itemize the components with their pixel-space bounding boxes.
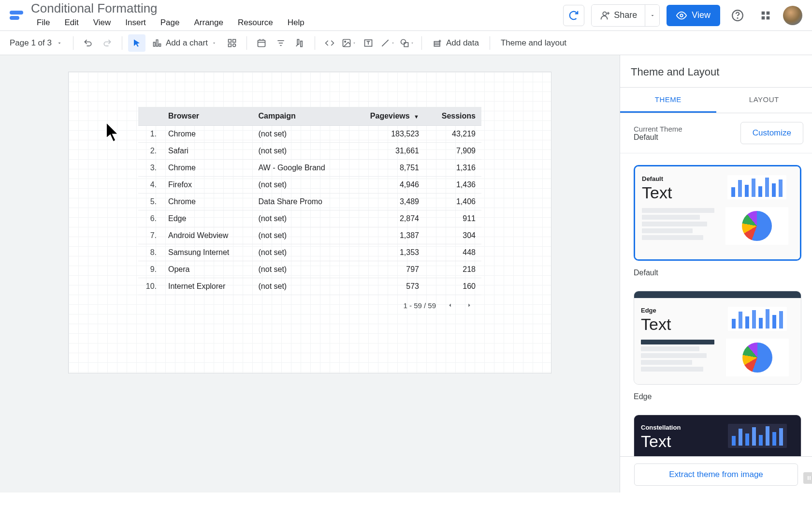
report-canvas[interactable]: Browser Campaign Pageviews ▼ Sessions 1.… (68, 72, 551, 374)
cell-idx: 8. (138, 244, 162, 261)
panel-title: Theme and Layout (620, 55, 812, 88)
current-theme-label: Current Theme (634, 125, 682, 133)
menu-file[interactable]: File (31, 16, 56, 30)
share-dropdown[interactable] (645, 5, 659, 26)
apps-button[interactable] (755, 5, 776, 26)
view-button[interactable]: View (667, 5, 720, 26)
col-sessions[interactable]: Sessions (425, 107, 481, 126)
canvas-area[interactable]: Browser Campaign Pageviews ▼ Sessions 1.… (0, 55, 620, 493)
chart-icon (152, 38, 162, 48)
cell-sessions: 911 (425, 210, 481, 227)
menu-resource[interactable]: Resource (232, 16, 279, 30)
user-avatar[interactable] (783, 6, 802, 25)
customize-button[interactable]: Customize (740, 122, 803, 144)
date-range-button[interactable] (253, 34, 270, 52)
table-row[interactable]: 6. Edge (not set) 2,874 911 (138, 210, 481, 227)
svg-rect-38 (810, 476, 811, 480)
cell-pageviews: 2,874 (350, 210, 425, 227)
community-visualizations-button[interactable] (223, 34, 241, 52)
app-logo[interactable] (10, 8, 25, 23)
menu-edit[interactable]: Edit (58, 16, 84, 30)
theme-layout-button[interactable]: Theme and layout (496, 38, 571, 48)
theme-card-default[interactable]: Default Text (634, 165, 801, 261)
undo-button[interactable] (79, 34, 97, 52)
cell-idx: 1. (138, 126, 162, 143)
menu-page[interactable]: Page (155, 16, 186, 30)
table-row[interactable]: 1. Chrome (not set) 183,523 43,219 (138, 126, 481, 143)
url-embed-button[interactable] (321, 34, 338, 52)
svg-rect-37 (808, 476, 809, 480)
menu-insert[interactable]: Insert (119, 16, 152, 30)
select-tool[interactable] (128, 34, 145, 52)
table-row[interactable]: 4. Firefox (not set) 4,946 1,436 (138, 177, 481, 194)
refresh-icon (568, 10, 579, 21)
svg-rect-25 (301, 41, 302, 46)
theme-preview-name: Default (642, 175, 714, 182)
cell-pageviews: 31,661 (350, 143, 425, 160)
col-pageviews[interactable]: Pageviews ▼ (350, 107, 425, 126)
menu-arrange[interactable]: Arrange (188, 16, 229, 30)
cell-sessions: 160 (425, 278, 481, 295)
pagination-text: 1 - 59 / 59 (403, 301, 436, 310)
table-row[interactable]: 9. Opera (not set) 797 218 (138, 261, 481, 278)
cell-browser: Chrome (162, 160, 253, 177)
table-row[interactable]: 10. Internet Explorer (not set) 573 160 (138, 278, 481, 295)
col-campaign[interactable]: Campaign (253, 107, 350, 126)
view-label: View (692, 10, 710, 20)
share-button[interactable]: Share (592, 5, 645, 26)
line-icon (380, 38, 390, 48)
table-row[interactable]: 5. Chrome Data Share Promo 3,489 1,406 (138, 194, 481, 210)
cell-idx: 3. (138, 160, 162, 177)
svg-rect-10 (153, 42, 155, 46)
svg-rect-13 (228, 39, 231, 42)
add-data-button[interactable]: Add data (428, 38, 484, 48)
theme-card-constellation[interactable]: Constellation Text (634, 415, 801, 456)
col-browser[interactable]: Browser (162, 107, 253, 126)
menu-help[interactable]: Help (282, 16, 310, 30)
cell-pageviews: 4,946 (350, 177, 425, 194)
image-button[interactable] (340, 34, 358, 52)
prev-page-button[interactable] (445, 300, 455, 311)
tab-theme[interactable]: THEME (620, 88, 716, 113)
refresh-button[interactable] (563, 5, 584, 26)
table-row[interactable]: 8. Samsung Internet (not set) 1,353 448 (138, 244, 481, 261)
cell-campaign: (not set) (253, 177, 350, 194)
menu-view[interactable]: View (87, 16, 117, 30)
cell-campaign: (not set) (253, 227, 350, 244)
chevron-down-icon (410, 41, 414, 45)
blocks-icon (227, 38, 237, 48)
table-row[interactable]: 3. Chrome AW - Google Brand 8,751 1,316 (138, 160, 481, 177)
table-row[interactable]: 2. Safari (not set) 31,661 7,909 (138, 143, 481, 160)
apps-icon (761, 11, 770, 20)
cell-idx: 10. (138, 278, 162, 295)
col-index[interactable] (138, 107, 162, 126)
separator (315, 36, 315, 50)
table-chart[interactable]: Browser Campaign Pageviews ▼ Sessions 1.… (138, 107, 481, 315)
shape-button[interactable] (398, 34, 416, 52)
svg-point-3 (681, 14, 683, 17)
theme-preview-name: Constellation (641, 424, 714, 431)
help-button[interactable] (727, 5, 748, 26)
separator (490, 36, 490, 50)
extract-theme-button[interactable]: Extract theme from image (634, 463, 798, 486)
svg-rect-11 (156, 40, 158, 46)
page-indicator-text: Page 1 of 3 (10, 38, 52, 48)
redo-button[interactable] (99, 34, 116, 52)
chevron-down-icon (352, 41, 356, 45)
tab-layout[interactable]: LAYOUT (716, 88, 812, 113)
document-title[interactable]: Conditional Formatting (31, 1, 310, 16)
cell-idx: 7. (138, 227, 162, 244)
line-button[interactable] (379, 34, 396, 52)
pause-button[interactable] (803, 472, 812, 484)
add-chart-button[interactable]: Add a chart (147, 38, 221, 48)
next-page-button[interactable] (464, 300, 475, 311)
table-row[interactable]: 7. Android Webview (not set) 1,387 304 (138, 227, 481, 244)
cell-campaign: (not set) (253, 244, 350, 261)
svg-rect-31 (404, 43, 408, 46)
theme-card-edge[interactable]: Edge Text (634, 291, 801, 385)
cell-idx: 6. (138, 210, 162, 227)
page-indicator[interactable]: Page 1 of 3 (9, 38, 67, 48)
filter-control-button[interactable] (272, 34, 290, 52)
text-button[interactable] (360, 34, 377, 52)
data-control-button[interactable] (291, 34, 309, 52)
